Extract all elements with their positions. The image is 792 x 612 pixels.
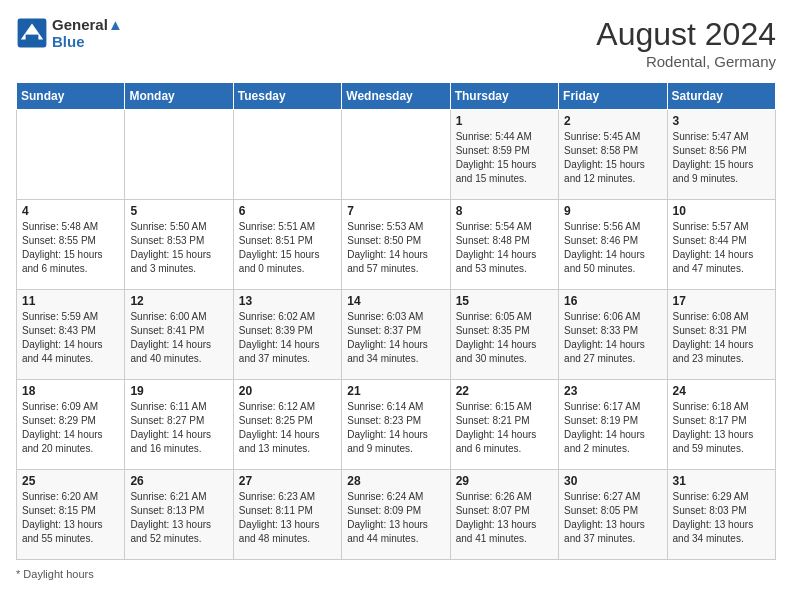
day-cell: 4Sunrise: 5:48 AM Sunset: 8:55 PM Daylig… [17,200,125,290]
day-info: Sunrise: 6:09 AM Sunset: 8:29 PM Dayligh… [22,400,119,456]
day-cell: 24Sunrise: 6:18 AM Sunset: 8:17 PM Dayli… [667,380,775,470]
title-block: August 2024 Rodental, Germany [596,16,776,70]
day-info: Sunrise: 6:03 AM Sunset: 8:37 PM Dayligh… [347,310,444,366]
day-info: Sunrise: 6:06 AM Sunset: 8:33 PM Dayligh… [564,310,661,366]
day-number: 14 [347,294,444,308]
day-cell: 25Sunrise: 6:20 AM Sunset: 8:15 PM Dayli… [17,470,125,560]
day-number: 21 [347,384,444,398]
week-row-5: 25Sunrise: 6:20 AM Sunset: 8:15 PM Dayli… [17,470,776,560]
day-info: Sunrise: 6:15 AM Sunset: 8:21 PM Dayligh… [456,400,553,456]
month-year: August 2024 [596,16,776,53]
daylight-note: Daylight hours [23,568,93,580]
day-info: Sunrise: 6:29 AM Sunset: 8:03 PM Dayligh… [673,490,770,546]
day-number: 17 [673,294,770,308]
day-info: Sunrise: 6:02 AM Sunset: 8:39 PM Dayligh… [239,310,336,366]
day-cell: 11Sunrise: 5:59 AM Sunset: 8:43 PM Dayli… [17,290,125,380]
day-info: Sunrise: 6:18 AM Sunset: 8:17 PM Dayligh… [673,400,770,456]
day-cell: 26Sunrise: 6:21 AM Sunset: 8:13 PM Dayli… [125,470,233,560]
svg-rect-2 [26,35,39,43]
day-cell [233,110,341,200]
header-thursday: Thursday [450,83,558,110]
day-info: Sunrise: 5:51 AM Sunset: 8:51 PM Dayligh… [239,220,336,276]
header-friday: Friday [559,83,667,110]
day-number: 2 [564,114,661,128]
day-cell: 22Sunrise: 6:15 AM Sunset: 8:21 PM Dayli… [450,380,558,470]
day-cell: 5Sunrise: 5:50 AM Sunset: 8:53 PM Daylig… [125,200,233,290]
day-number: 1 [456,114,553,128]
day-number: 22 [456,384,553,398]
day-number: 20 [239,384,336,398]
day-cell [17,110,125,200]
logo-icon [16,17,48,49]
day-number: 18 [22,384,119,398]
day-cell: 6Sunrise: 5:51 AM Sunset: 8:51 PM Daylig… [233,200,341,290]
day-cell [125,110,233,200]
location: Rodental, Germany [596,53,776,70]
day-info: Sunrise: 6:11 AM Sunset: 8:27 PM Dayligh… [130,400,227,456]
day-cell: 12Sunrise: 6:00 AM Sunset: 8:41 PM Dayli… [125,290,233,380]
day-number: 24 [673,384,770,398]
day-cell: 1Sunrise: 5:44 AM Sunset: 8:59 PM Daylig… [450,110,558,200]
day-cell: 8Sunrise: 5:54 AM Sunset: 8:48 PM Daylig… [450,200,558,290]
day-number: 5 [130,204,227,218]
day-number: 9 [564,204,661,218]
day-info: Sunrise: 5:57 AM Sunset: 8:44 PM Dayligh… [673,220,770,276]
day-number: 28 [347,474,444,488]
day-info: Sunrise: 6:12 AM Sunset: 8:25 PM Dayligh… [239,400,336,456]
week-row-3: 11Sunrise: 5:59 AM Sunset: 8:43 PM Dayli… [17,290,776,380]
day-number: 15 [456,294,553,308]
day-info: Sunrise: 5:47 AM Sunset: 8:56 PM Dayligh… [673,130,770,186]
day-info: Sunrise: 6:20 AM Sunset: 8:15 PM Dayligh… [22,490,119,546]
day-number: 11 [22,294,119,308]
day-cell: 23Sunrise: 6:17 AM Sunset: 8:19 PM Dayli… [559,380,667,470]
day-info: Sunrise: 5:53 AM Sunset: 8:50 PM Dayligh… [347,220,444,276]
day-info: Sunrise: 6:26 AM Sunset: 8:07 PM Dayligh… [456,490,553,546]
day-info: Sunrise: 6:27 AM Sunset: 8:05 PM Dayligh… [564,490,661,546]
logo-text: General▲ Blue [52,16,123,50]
day-number: 12 [130,294,227,308]
day-cell: 30Sunrise: 6:27 AM Sunset: 8:05 PM Dayli… [559,470,667,560]
header-tuesday: Tuesday [233,83,341,110]
page-header: General▲ Blue August 2024 Rodental, Germ… [16,16,776,70]
day-number: 8 [456,204,553,218]
day-cell [342,110,450,200]
day-cell: 27Sunrise: 6:23 AM Sunset: 8:11 PM Dayli… [233,470,341,560]
day-cell: 31Sunrise: 6:29 AM Sunset: 8:03 PM Dayli… [667,470,775,560]
day-info: Sunrise: 6:21 AM Sunset: 8:13 PM Dayligh… [130,490,227,546]
calendar-header: SundayMondayTuesdayWednesdayThursdayFrid… [17,83,776,110]
day-cell: 16Sunrise: 6:06 AM Sunset: 8:33 PM Dayli… [559,290,667,380]
day-cell: 21Sunrise: 6:14 AM Sunset: 8:23 PM Dayli… [342,380,450,470]
header-row: SundayMondayTuesdayWednesdayThursdayFrid… [17,83,776,110]
week-row-2: 4Sunrise: 5:48 AM Sunset: 8:55 PM Daylig… [17,200,776,290]
day-number: 25 [22,474,119,488]
header-wednesday: Wednesday [342,83,450,110]
day-info: Sunrise: 6:14 AM Sunset: 8:23 PM Dayligh… [347,400,444,456]
day-number: 19 [130,384,227,398]
calendar-body: 1Sunrise: 5:44 AM Sunset: 8:59 PM Daylig… [17,110,776,560]
day-cell: 29Sunrise: 6:26 AM Sunset: 8:07 PM Dayli… [450,470,558,560]
day-number: 30 [564,474,661,488]
day-cell: 2Sunrise: 5:45 AM Sunset: 8:58 PM Daylig… [559,110,667,200]
day-info: Sunrise: 6:17 AM Sunset: 8:19 PM Dayligh… [564,400,661,456]
footer-note: * Daylight hours [16,568,776,580]
day-number: 31 [673,474,770,488]
day-cell: 10Sunrise: 5:57 AM Sunset: 8:44 PM Dayli… [667,200,775,290]
day-cell: 13Sunrise: 6:02 AM Sunset: 8:39 PM Dayli… [233,290,341,380]
day-number: 3 [673,114,770,128]
header-saturday: Saturday [667,83,775,110]
calendar-table: SundayMondayTuesdayWednesdayThursdayFrid… [16,82,776,560]
header-monday: Monday [125,83,233,110]
day-cell: 20Sunrise: 6:12 AM Sunset: 8:25 PM Dayli… [233,380,341,470]
logo: General▲ Blue [16,16,123,50]
day-info: Sunrise: 5:56 AM Sunset: 8:46 PM Dayligh… [564,220,661,276]
day-number: 6 [239,204,336,218]
day-number: 10 [673,204,770,218]
day-number: 23 [564,384,661,398]
week-row-4: 18Sunrise: 6:09 AM Sunset: 8:29 PM Dayli… [17,380,776,470]
day-info: Sunrise: 5:45 AM Sunset: 8:58 PM Dayligh… [564,130,661,186]
day-info: Sunrise: 6:08 AM Sunset: 8:31 PM Dayligh… [673,310,770,366]
week-row-1: 1Sunrise: 5:44 AM Sunset: 8:59 PM Daylig… [17,110,776,200]
day-number: 4 [22,204,119,218]
day-cell: 9Sunrise: 5:56 AM Sunset: 8:46 PM Daylig… [559,200,667,290]
header-sunday: Sunday [17,83,125,110]
